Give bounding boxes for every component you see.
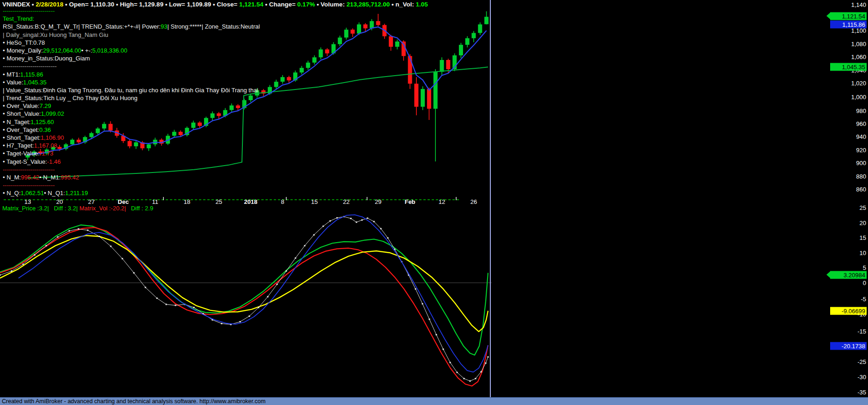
axis-tick--5: -5 bbox=[861, 296, 866, 303]
info-line-11-seg-0: | Trend_Status:Tich Luy _ Cho Thay Đôi X… bbox=[3, 95, 138, 101]
date-tick-27: 27 bbox=[88, 198, 95, 205]
axis-tick-0: 0 bbox=[863, 280, 866, 286]
info-line-19: • Taget-S_Value:-1.46 bbox=[3, 158, 260, 166]
info-line-12-seg-0: • Over_Value: bbox=[3, 102, 39, 109]
info-line-0: -------------------------- bbox=[3, 7, 260, 15]
axis-tick--15: -15 bbox=[857, 328, 866, 335]
date-tick-15: 15 bbox=[311, 198, 318, 205]
date-tick-25: 25 bbox=[216, 198, 222, 205]
axis-tick--25: -25 bbox=[857, 358, 866, 365]
info-line-13-seg-1: 1,099.02 bbox=[41, 110, 64, 117]
matrix-header-seg-0: Matrix_Price :3.2| bbox=[2, 205, 49, 212]
info-line-19-seg-0: • Taget-S_Value: bbox=[3, 158, 47, 165]
info-line-4: • HeSo_TT:0.78 bbox=[3, 39, 260, 47]
date-tick-8: 8 bbox=[281, 198, 284, 205]
info-line-15-seg-0: • Over_Taget: bbox=[3, 126, 39, 133]
info-line-3: | Daily_singal:Xu Huong Tang_Nam Giu bbox=[3, 31, 260, 39]
info-line-17: • H7_Taget:1,167.08 bbox=[3, 142, 260, 149]
axis-tick-940: 940 bbox=[856, 133, 866, 140]
info-line-1: Test_Trend: bbox=[3, 15, 260, 23]
info-line-2-seg-2: | Strong:*****| Zone_Status:Neutral bbox=[167, 23, 259, 30]
axis-tick-10: 10 bbox=[860, 250, 866, 256]
info-line-5-seg-3: 5,018,336.00 bbox=[92, 47, 127, 54]
info-line-23-seg-1: 1,062.51 bbox=[21, 190, 44, 197]
axis-tick--35: -35 bbox=[857, 389, 866, 396]
info-line-20: -------------------------- bbox=[3, 166, 260, 173]
price-axis[interactable]: 1,1401,1001,0801,0601,0401,0201,00098096… bbox=[825, 0, 868, 397]
axis-tick-960: 960 bbox=[856, 120, 866, 127]
info-line-12-seg-1: 7.29 bbox=[39, 102, 51, 109]
axis-tick--30: -30 bbox=[857, 374, 866, 381]
header-seg-8: 213,285,712.00 bbox=[346, 1, 390, 8]
matrix-header-seg-1: Diff : 3.2| bbox=[49, 205, 78, 212]
info-line-16: • Short_Taget:1,106.90 bbox=[3, 134, 260, 142]
info-line-8-seg-1: 1,115.86 bbox=[20, 71, 43, 78]
info-line-13-seg-0: • Short_Value: bbox=[3, 110, 41, 117]
info-line-14-seg-0: • N_Taget: bbox=[3, 119, 30, 125]
info-line-5-seg-2: • +-: bbox=[81, 47, 92, 54]
header-seg-9: • n_Vol: bbox=[390, 1, 416, 8]
axis-tick-1,060: 1,060 bbox=[851, 54, 866, 60]
info-line-10-seg-0: | Value_Status:Đinh Gia Tang Truong. Đâu… bbox=[3, 87, 258, 94]
axis-tick-920: 920 bbox=[856, 147, 866, 154]
info-line-5-seg-1: 29,512,064.00 bbox=[43, 47, 81, 54]
info-line-7-seg-0: --------------------------- bbox=[3, 63, 57, 70]
axis-tick-900: 900 bbox=[856, 160, 866, 167]
info-line-1-seg-0: Test_Trend: bbox=[3, 15, 34, 22]
info-line-12: • Over_Value:7.29 bbox=[3, 102, 260, 110]
axis-tick-1,080: 1,080 bbox=[851, 41, 866, 48]
info-line-18-seg-1: -1.73 bbox=[40, 150, 54, 157]
date-tick-2018: 2018 bbox=[244, 198, 258, 205]
info-line-23-seg-3: 1,211.19 bbox=[65, 190, 88, 197]
info-line-15-seg-1: 0.36 bbox=[39, 126, 51, 133]
info-line-0-seg-0: -------------------------- bbox=[3, 7, 55, 14]
axis-tick-860: 860 bbox=[856, 186, 866, 193]
axis-tick-25: 25 bbox=[860, 204, 866, 211]
info-line-7: --------------------------- bbox=[3, 62, 260, 70]
axis-tick-880: 880 bbox=[856, 173, 866, 180]
info-line-8: • MT1:1,115.86 bbox=[3, 71, 260, 78]
axis-tick-1,000: 1,000 bbox=[851, 94, 866, 101]
axis-tick-20: 20 bbox=[860, 220, 866, 226]
info-line-16-seg-1: 1,106.90 bbox=[41, 134, 64, 141]
info-line-21-seg-2: • N_M1: bbox=[39, 174, 60, 181]
info-line-18-seg-0: • Taget-Value: bbox=[3, 150, 40, 157]
matrix-header-seg-3: Diff : 2.9 bbox=[126, 205, 153, 212]
date-tick-29: 29 bbox=[375, 198, 381, 205]
info-line-22-seg-0: -------------------------- bbox=[3, 182, 55, 189]
info-line-23-seg-2: • N_Q1: bbox=[44, 190, 65, 197]
info-line-21: • N_M:995.42• N_M1:995.42 bbox=[3, 173, 260, 181]
axis-tick-5: 5 bbox=[863, 264, 866, 271]
matrix-panel-header: Matrix_Price :3.2| Diff : 3.2| Matrix_Vo… bbox=[2, 205, 153, 212]
value-tag-1,045.35: 1,045.35 bbox=[830, 63, 867, 71]
status-bar: Created with AmiBroker - advanced charti… bbox=[0, 397, 868, 405]
info-line-20-seg-0: -------------------------- bbox=[3, 166, 55, 173]
info-line-9-seg-1: 1,045.35 bbox=[23, 79, 47, 86]
value-tag--20.1738: -20.1738 bbox=[830, 342, 867, 350]
info-line-11: | Trend_Status:Tich Luy _ Cho Thay Đôi X… bbox=[3, 94, 260, 102]
info-line-4-seg-0: • HeSo_TT:0.78 bbox=[3, 39, 45, 46]
date-tick-22: 22 bbox=[343, 198, 350, 205]
info-line-5-seg-0: • Money_Daily: bbox=[3, 47, 43, 54]
date-axis[interactable]: 132027Dec11182520188152229Feb1226 bbox=[0, 197, 526, 205]
info-line-13: • Short_Value:1,099.02 bbox=[3, 110, 260, 118]
header-seg-5: • Change= bbox=[263, 1, 297, 8]
date-tick-Dec: Dec bbox=[118, 198, 129, 205]
date-tick-20: 20 bbox=[56, 198, 63, 205]
date-tick-Feb: Feb bbox=[404, 198, 415, 205]
header-seg-7: • Volume: bbox=[315, 1, 346, 8]
axis-tick-15: 15 bbox=[860, 234, 866, 241]
info-line-17-seg-1: 1,167.08 bbox=[34, 142, 57, 149]
info-line-23: • N_Q:1,062.51• N_Q1:1,211.19 bbox=[3, 189, 260, 197]
info-line-6-seg-0: • Money_in_Status:Duong_Giam bbox=[3, 55, 90, 62]
header-seg-10: 1.05 bbox=[416, 1, 428, 8]
date-tick-13: 13 bbox=[24, 198, 31, 205]
axis-tick-1,020: 1,020 bbox=[851, 80, 866, 87]
info-line-2-seg-1: 93 bbox=[161, 23, 167, 30]
info-line-8-seg-0: • MT1: bbox=[3, 71, 20, 78]
value-tag-3.20984: 3.20984 bbox=[830, 271, 867, 279]
info-line-17-seg-0: • H7_Taget: bbox=[3, 142, 34, 149]
axis-tick-1,140: 1,140 bbox=[851, 1, 866, 8]
date-tick-18: 18 bbox=[184, 198, 190, 205]
info-line-9-seg-0: • Value: bbox=[3, 79, 23, 86]
